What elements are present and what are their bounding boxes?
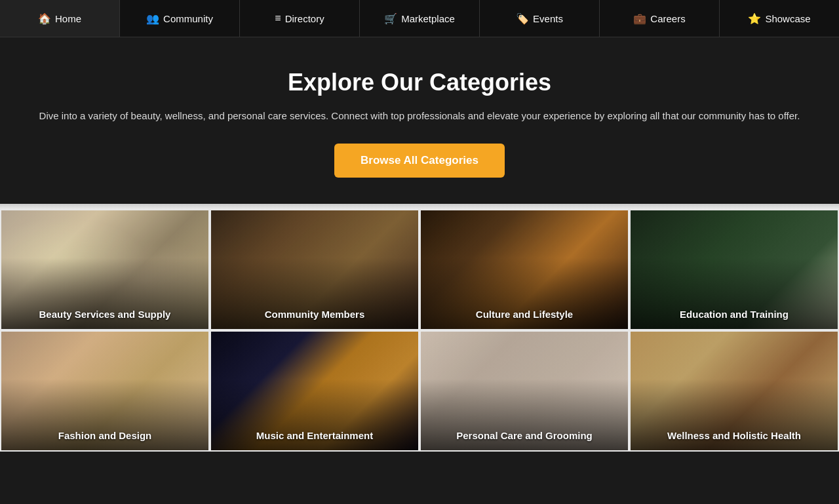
- category-label-education: Education and Training: [631, 309, 838, 320]
- category-label-personal: Personal Care and Grooming: [421, 430, 628, 441]
- category-card-education[interactable]: Education and Training: [629, 209, 839, 330]
- showcase-nav-label: Showcase: [765, 13, 810, 24]
- nav-item-showcase[interactable]: ⭐Showcase: [720, 0, 839, 37]
- marketplace-nav-label: Marketplace: [401, 13, 455, 24]
- category-label-music: Music and Entertainment: [211, 430, 418, 441]
- careers-nav-icon: 💼: [633, 12, 646, 25]
- events-nav-icon: 🏷️: [516, 12, 529, 25]
- showcase-nav-icon: ⭐: [748, 12, 761, 25]
- category-label-wellness: Wellness and Holistic Health: [631, 430, 838, 441]
- hero-title: Explore Our Categories: [13, 69, 826, 96]
- category-card-fashion[interactable]: Fashion and Design: [0, 330, 210, 452]
- events-nav-label: Events: [533, 13, 563, 24]
- categories-grid: Beauty Services and SupplyCommunity Memb…: [0, 209, 839, 452]
- nav-item-events[interactable]: 🏷️Events: [480, 0, 600, 37]
- nav-item-directory[interactable]: ≡Directory: [240, 0, 360, 37]
- category-card-beauty[interactable]: Beauty Services and Supply: [0, 209, 210, 330]
- community-nav-label: Community: [163, 13, 213, 24]
- category-label-community: Community Members: [211, 309, 418, 320]
- nav-item-careers[interactable]: 💼Careers: [600, 0, 720, 37]
- marketplace-nav-icon: 🛒: [384, 12, 397, 25]
- category-card-music[interactable]: Music and Entertainment: [210, 330, 420, 452]
- community-nav-icon: 👥: [146, 12, 159, 25]
- category-label-culture: Culture and Lifestyle: [421, 309, 628, 320]
- category-label-beauty: Beauty Services and Supply: [1, 309, 208, 320]
- browse-all-button[interactable]: Browse All Categories: [334, 144, 505, 178]
- directory-nav-icon: ≡: [275, 12, 281, 24]
- main-nav: 🏠Home👥Community≡Directory🛒Marketplace🏷️E…: [0, 0, 839, 37]
- category-label-fashion: Fashion and Design: [1, 430, 208, 441]
- hero-section: Explore Our Categories Dive into a varie…: [0, 37, 839, 204]
- category-card-wellness[interactable]: Wellness and Holistic Health: [629, 330, 839, 452]
- category-card-community[interactable]: Community Members: [210, 209, 420, 330]
- category-card-personal[interactable]: Personal Care and Grooming: [420, 330, 629, 452]
- hero-description: Dive into a variety of beauty, wellness,…: [26, 108, 813, 124]
- section-divider: [0, 204, 839, 209]
- nav-item-home[interactable]: 🏠Home: [0, 0, 120, 37]
- nav-item-marketplace[interactable]: 🛒Marketplace: [360, 0, 480, 37]
- nav-item-community[interactable]: 👥Community: [120, 0, 240, 37]
- category-card-culture[interactable]: Culture and Lifestyle: [420, 209, 629, 330]
- directory-nav-label: Directory: [285, 13, 324, 24]
- home-nav-label: Home: [55, 13, 81, 24]
- careers-nav-label: Careers: [650, 13, 685, 24]
- home-nav-icon: 🏠: [38, 12, 51, 25]
